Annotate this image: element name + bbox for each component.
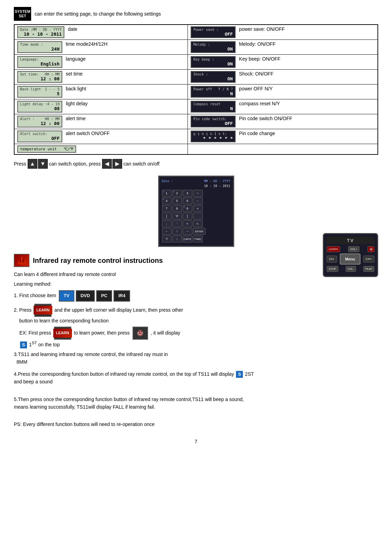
learn-button-ex[interactable]: LEaRN [54,327,71,340]
remote-chplus-btn: CH+ [363,256,374,263]
table-row: temperature unit ℃/℉ [14,144,378,155]
kb-key-6: ^6 [183,197,192,204]
setting-cell-pinswitch: Pin code switch: OFF Pin code switch ON/… [188,114,378,129]
table-row: Language: English language Key beep : ON… [14,55,378,70]
kb-row-7: */ ↓ CAPS ¹²³ABC [162,235,230,242]
keybeep-label: Key beep : [193,57,214,61]
kb-key-8: 8 [172,205,182,212]
language-widget: Language: English [17,56,62,68]
remote-play-btn: PLAY [363,266,374,272]
setting-cell-pinchange: p i n i n 1 s t: * * * * * * Pin code ch… [188,129,378,144]
kb-key-9: 99 [183,205,192,212]
tab-pc[interactable]: PC [96,290,112,302]
kb-key-7: *7 [162,205,172,212]
setting-cell-shock: Shock : ON Shock: ON/OFF [188,70,378,85]
learn-label-ex: LEaRN [53,329,72,338]
setting-cell-powersave: Power save : OFF power save: ON/OFF [188,25,378,40]
remote-menu-btn: Menu [340,254,361,265]
setting-cell-empty [188,144,378,155]
setting-cell-date: Date : MM - DD - YYYY 10 - 10 - 2011 dat… [14,25,188,40]
step3-text: EX: First press LEaRN to learn power, th… [19,327,378,348]
header-description: can enter the setting page, to change th… [35,11,161,17]
remote-row-1: LEARN VOL+ ⏻ [327,246,374,252]
poweroff-widget: Power off Y / N ? N [191,86,236,98]
infrared-para2: Learning method: [14,280,378,288]
keybeep-value: ON [193,61,233,66]
compass-label: Compass reset [193,102,220,106]
step2-prefix: 2. Press [14,307,31,312]
tab-tv[interactable]: TV [59,290,74,302]
backlight-value: 5 [20,91,60,96]
kb-key-tilde: ~ [193,190,203,197]
kb-key-star-slash: */ [162,235,172,242]
kb-key-semicolon: ; [162,220,172,227]
power-button-ex[interactable] [133,327,148,340]
step3-suffix: , it will display [151,330,180,336]
table-row: Back light 1 - - 5 5 back light Power of… [14,85,378,99]
timemode-desc: time mode24H/12H [66,41,108,47]
pinchange-value: * * * * * * [193,136,233,141]
kb-key-0: '0' [172,213,182,220]
system-set-header: SYSTEM SET can enter the setting page, t… [14,7,378,21]
pinchange-widget: p i n i n 1 s t: * * * * * * [191,131,236,142]
right-arrow-icon: ▶ [112,159,122,169]
backlight-desc: back light [66,86,86,91]
step3-middle: to learn power, then press [74,330,130,336]
kb-date-format: MM - DD - YYYY [204,179,230,183]
step1-text: 1. First choose item TV DVD PC IR4 [14,290,378,302]
table-row: Date : MM - DD - YYYY 10 - 10 - 2011 dat… [14,25,378,40]
learn-button[interactable]: LEaRN [34,304,52,317]
alerttime-desc: alert time [66,116,86,121]
poweroff-options: Y / N ? [218,87,233,91]
icon-line2: SET [19,14,26,18]
pinswitch-desc: Pin code switch ON/OFF [239,116,292,121]
pinswitch-label: Pin code switch: [193,117,227,121]
kb-key-down: ↓ [172,235,182,242]
settime-format: HH : MM [45,72,60,76]
kb-key-dash: -- [193,197,203,204]
poweroff-label: Power off [193,87,212,91]
timemode-label: Time mode : [20,43,43,46]
poweroff-desc: power OFF N/Y [239,86,273,91]
remote-image: TV LEARN VOL+ ⏻ CH- Menu CH+ STOP VOL- P… [323,233,378,277]
kb-key-rbracket: ] [183,213,192,220]
table-row: Set time: HH : MM 12 : 00 set time Shock… [14,70,378,85]
settime-widget: Set time: HH : MM 12 : 00 [17,71,62,83]
remote-power-btn: ⏻ [367,246,374,252]
step1-prefix: 1. First choose item [14,293,56,298]
shock-widget: Shock : ON [191,71,236,83]
setting-cell-lightdelay: Light delay : 4 - 19 08 light delay [14,99,188,114]
infrared-header: Infrared ray remote control instructions [14,254,316,267]
s-badge-step5: S [236,371,243,378]
kb-row-6: ← ↑ → ENTER [162,228,230,235]
down-arrow-icon: ▼ [38,159,48,169]
alerttime-format: HH : MM [45,117,60,121]
backlight-label: Back light [20,87,41,91]
nav-instructions: Press ▲ ▼ can switch option, press ◀ ▶ c… [14,159,378,169]
language-desc: language [66,56,86,62]
keyboard-container: Date : MM - DD - YYYY 10 - 10 - 2011 11 … [158,176,234,247]
settime-value: 12 : 00 [20,76,60,81]
tab-dvd[interactable]: DVD [76,290,95,302]
setting-cell-timemode: Time mode : 24H time mode24H/12H [14,40,188,55]
powersave-desc: power save: ON/OFF [239,26,285,32]
pinchange-label: p i n i n 1 s t: [193,132,227,136]
device-tabs: TV DVD PC IR4 [59,290,130,302]
date-label: Date : [20,28,33,32]
kb-key-4: 44 [162,197,172,204]
melody-label: Melody : [193,43,210,46]
timemode-widget: Time mode : 24H [17,41,62,53]
remote-stop-btn: STOP [327,266,338,272]
kb-row-2: 44 *5 ^6 -- [162,197,230,204]
kb-key-quote: ' [172,220,182,227]
kb-key-2: 22 [172,190,182,197]
kb-row-1: 11 22 *3 ~ [162,190,230,197]
kb-key-lbracket: [ [162,213,172,220]
kb-key-right: → [183,228,192,235]
melody-desc: Melody: ON/OFF [239,41,276,47]
keybeep-desc: Key beep: ON/OFF [239,56,281,62]
shock-label: Shock : [193,72,208,76]
poweroff-value: N [193,91,233,96]
backlight-widget: Back light 1 - - 5 5 [17,86,62,98]
tab-ir4[interactable]: IR4 [113,290,130,302]
